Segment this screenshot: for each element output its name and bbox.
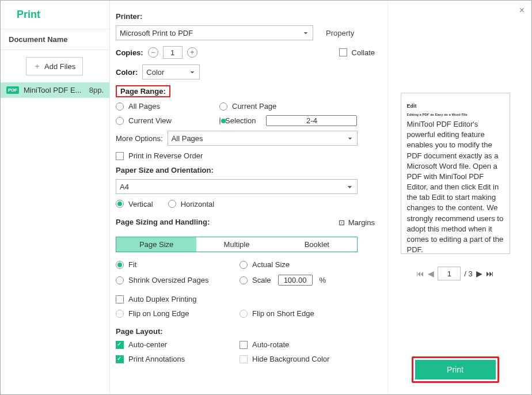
sizing-label: Page Sizing and Handling:	[116, 218, 210, 226]
reverse-checkbox[interactable]	[116, 152, 124, 160]
page-input[interactable]	[438, 267, 461, 280]
margins-button[interactable]: ⊡Margins	[339, 218, 375, 227]
property-link[interactable]: Property	[326, 29, 354, 37]
settings-panel: Printer: Microsoft Print to PDF Property…	[110, 1, 387, 394]
margins-icon: ⊡	[339, 218, 345, 227]
plus-icon: ＋	[33, 61, 41, 71]
more-options-select[interactable]: All Pages	[168, 131, 358, 146]
actual-size-radio[interactable]: Actual Size	[240, 260, 290, 269]
tab-multiple[interactable]: Multiple	[196, 237, 276, 252]
file-list-item[interactable]: PDF MiniTool PDF E... 8pp.	[1, 82, 109, 98]
file-name: MiniTool PDF E...	[24, 86, 85, 94]
auto-center-checkbox[interactable]: Auto-center	[116, 340, 240, 349]
print-button-highlight: Print	[412, 356, 499, 383]
hide-bg-checkbox: Hide Background Color	[240, 355, 329, 363]
print-annotations-checkbox[interactable]: Print Annotations	[116, 355, 240, 363]
selection-input[interactable]	[266, 115, 357, 126]
selection-radio[interactable]: Selection	[219, 115, 323, 126]
close-icon[interactable]: ×	[519, 5, 525, 16]
current-view-radio[interactable]: Current View	[116, 115, 219, 126]
collate-checkbox[interactable]	[339, 48, 347, 56]
flip-long-radio: Flip on Long Edge	[116, 309, 240, 318]
current-page-radio[interactable]: Current Page	[219, 102, 323, 111]
layout-label: Page Layout:	[116, 327, 375, 336]
sizing-tabs: Page Size Multiple Booklet	[116, 237, 358, 252]
add-files-button[interactable]: ＋ Add Files	[26, 57, 83, 75]
collate-label: Collate	[352, 48, 375, 57]
document-name-header: Document Name	[1, 29, 109, 50]
print-button[interactable]: Print	[415, 360, 496, 379]
printer-select[interactable]: Microsoft Print to PDF	[116, 25, 313, 40]
pager: ⏮ ◀ / 3 ▶ ⏭	[416, 267, 493, 280]
copies-plus-button[interactable]: +	[187, 47, 197, 58]
page-range-label: Page Range:	[116, 85, 170, 97]
first-page-icon[interactable]: ⏮	[416, 269, 424, 278]
tab-page-size[interactable]: Page Size	[116, 237, 196, 252]
last-page-icon[interactable]: ⏭	[486, 269, 494, 278]
tab-booklet[interactable]: Booklet	[277, 237, 357, 252]
shrink-radio[interactable]: Shrink Oversized Pages	[116, 275, 240, 286]
duplex-checkbox[interactable]	[116, 295, 124, 303]
file-pages: 8pp.	[89, 86, 104, 94]
dialog-title: Print	[1, 1, 109, 29]
auto-rotate-checkbox[interactable]: Auto-rotate	[240, 340, 289, 349]
add-files-label: Add Files	[44, 62, 75, 71]
color-select[interactable]: Color	[142, 64, 200, 79]
copies-minus-button[interactable]: −	[148, 47, 158, 58]
sidebar: Print Document Name ＋ Add Files PDF Mini…	[1, 1, 110, 394]
prev-page-icon[interactable]: ◀	[428, 269, 434, 278]
duplex-label: Auto Duplex Printing	[128, 295, 197, 303]
copies-input[interactable]	[163, 46, 183, 59]
reverse-label: Print in Reverse Order	[128, 151, 203, 160]
horizontal-radio[interactable]: Horizontal	[168, 200, 215, 208]
paper-label: Paper Size and Orientation:	[116, 166, 375, 174]
vertical-radio[interactable]: Vertical	[116, 200, 153, 208]
pdf-icon: PDF	[6, 86, 19, 94]
flip-short-radio: Flip on Short Edge	[240, 309, 314, 318]
next-page-icon[interactable]: ▶	[476, 269, 482, 278]
fit-radio[interactable]: Fit	[116, 260, 240, 269]
color-label: Color:	[116, 68, 138, 77]
more-options-label: More Options:	[116, 134, 163, 143]
scale-radio[interactable]: Scale %	[240, 275, 326, 286]
all-pages-radio[interactable]: All Pages	[116, 102, 219, 111]
preview-panel: Edit Editing a PDF as Easy as a Word Fil…	[387, 1, 531, 394]
copies-label: Copies:	[116, 48, 143, 57]
page-preview: Edit Editing a PDF as Easy as a Word Fil…	[401, 93, 510, 254]
scale-input[interactable]	[278, 275, 313, 286]
page-total: / 3	[464, 269, 472, 278]
printer-label: Printer:	[116, 12, 375, 21]
paper-size-select[interactable]: A4	[116, 179, 358, 194]
